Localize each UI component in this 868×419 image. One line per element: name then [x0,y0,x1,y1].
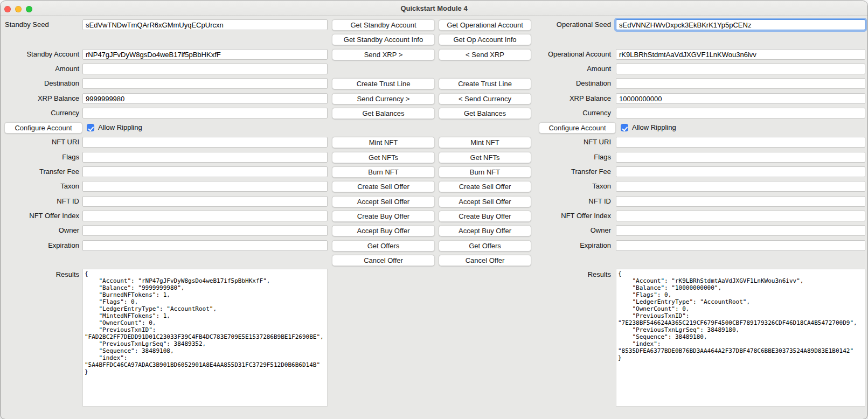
standby-transfer-fee-input[interactable] [82,166,328,177]
configure-row: Configure Account Allow Rippling Configu… [1,122,867,134]
operational-create-sell-offer-button[interactable]: Create Sell Offer [439,181,531,192]
standby-get-offers-button[interactable]: Get Offers [332,240,435,252]
standby-xrp-balance-input[interactable] [82,93,328,104]
operational-nft-offer-index-label: NFT Offer Index [531,211,611,221]
standby-configure-account-button[interactable]: Configure Account [4,122,82,134]
standby-owner-label: Owner [1,225,79,236]
operational-owner-label: Owner [531,225,611,236]
standby-nft-offer-index-label: NFT Offer Index [1,211,79,221]
operational-nft-uri-input[interactable] [616,137,865,148]
standby-allow-rippling-checkbox[interactable] [87,124,94,131]
standby-nft-offer-index-input[interactable] [82,211,328,221]
standby-seed-label: Standby Seed [1,19,79,30]
send-xrp-left-button[interactable]: < Send XRP [439,49,531,60]
operational-flags-input[interactable] [616,152,865,163]
operational-nft-id-input[interactable] [616,196,865,207]
standby-taxon-input[interactable] [82,181,328,192]
send-currency-right-button[interactable]: Send Currency > [332,93,435,104]
get-operational-account-button[interactable]: Get Operational Account [439,19,531,31]
standby-results-textarea[interactable]: { "Account": "rNP47gJFvDyW8gsDo4weB17if5… [82,269,328,407]
standby-accept-sell-offer-button[interactable]: Accept Sell Offer [332,196,435,207]
standby-results-label: Results [1,270,79,279]
operational-transfer-fee-input[interactable] [616,166,865,177]
operational-nft-uri-label: NFT URI [531,137,611,148]
operational-taxon-input[interactable] [616,181,865,192]
standby-create-buy-offer-button[interactable]: Create Buy Offer [332,211,435,222]
standby-nft-uri-input[interactable] [82,137,328,148]
send-currency-left-button[interactable]: < Send Currency [439,93,531,104]
transfer-fee-row: Transfer Fee Burn NFT Burn NFT Transfer … [1,166,867,178]
cancel-offer-row: Cancel Offer Cancel Offer [1,255,867,267]
account-row: Standby Account Send XRP > < Send XRP Op… [1,49,867,61]
standby-destination-input[interactable] [82,78,328,89]
standby-expiration-input[interactable] [82,240,328,251]
flags-row: Flags Get NFTs Get NFTs Flags [1,152,867,164]
operational-expiration-label: Expiration [531,240,611,251]
operational-nft-id-label: NFT ID [531,196,611,207]
standby-seed-input[interactable] [82,19,328,30]
standby-flags-label: Flags [1,152,79,163]
operational-get-offers-button[interactable]: Get Offers [439,240,531,252]
standby-get-balances-button[interactable]: Get Balances [332,108,435,119]
standby-amount-label: Amount [1,64,79,74]
operational-allow-rippling-checkbox[interactable] [621,124,628,131]
standby-create-sell-offer-button[interactable]: Create Sell Offer [332,181,435,192]
operational-transfer-fee-label: Transfer Fee [531,166,611,177]
operational-owner-input[interactable] [616,225,865,236]
nft-offer-index-row: NFT Offer Index Create Buy Offer Create … [1,211,867,222]
operational-cancel-offer-button[interactable]: Cancel Offer [439,255,531,266]
operational-accept-buy-offer-button[interactable]: Accept Buy Offer [439,225,531,236]
operational-taxon-label: Taxon [531,181,611,192]
operational-get-balances-button[interactable]: Get Balances [439,108,531,119]
amount-row: Amount Amount [1,64,867,75]
standby-owner-input[interactable] [82,225,328,236]
standby-amount-input[interactable] [82,64,328,74]
standby-burn-nft-button[interactable]: Burn NFT [332,166,435,178]
get-standby-account-info-button[interactable]: Get Standby Account Info [332,34,435,45]
destination-row: Destination Create Trust Line Create Tru… [1,78,867,90]
nft-id-row: NFT ID Accept Sell Offer Accept Sell Off… [1,196,867,208]
send-xrp-right-button[interactable]: Send XRP > [332,49,435,60]
standby-create-trust-line-button[interactable]: Create Trust Line [332,78,435,89]
operational-amount-label: Amount [531,64,611,74]
operational-results-label: Results [531,270,611,279]
operational-mint-nft-button[interactable]: Mint NFT [439,137,531,148]
operational-nft-offer-index-input[interactable] [616,211,865,221]
operational-flags-label: Flags [531,152,611,163]
operational-get-nfts-button[interactable]: Get NFTs [439,152,531,163]
operational-results-textarea[interactable]: { "Account": "rK9LBRhStdmtAaVdJXGVF1LnKW… [616,269,865,407]
operational-destination-label: Destination [531,78,611,89]
standby-xrp-balance-label: XRP Balance [1,93,79,104]
operational-amount-input[interactable] [616,64,865,74]
operational-allow-rippling: Allow Rippling [621,122,676,133]
standby-mint-nft-button[interactable]: Mint NFT [332,137,435,148]
window-title: Quickstart Module 4 [1,1,867,16]
standby-account-label: Standby Account [1,49,79,60]
standby-nft-id-input[interactable] [82,196,328,207]
operational-currency-label: Currency [531,108,611,118]
operational-expiration-input[interactable] [616,240,865,251]
standby-account-input[interactable] [82,49,328,60]
standby-get-nfts-button[interactable]: Get NFTs [332,152,435,163]
get-op-account-info-button[interactable]: Get Op Account Info [439,34,531,45]
operational-seed-input[interactable] [616,19,865,30]
standby-flags-input[interactable] [82,152,328,163]
standby-nft-id-label: NFT ID [1,196,79,207]
operational-seed-label: Operational Seed [531,19,611,30]
operational-burn-nft-button[interactable]: Burn NFT [439,166,531,178]
operational-destination-input[interactable] [616,78,865,89]
operational-configure-account-button[interactable]: Configure Account [539,122,616,134]
standby-currency-input[interactable] [82,108,328,118]
operational-account-input[interactable] [616,49,865,60]
operational-xrp-balance-input[interactable] [616,93,865,104]
operational-accept-sell-offer-button[interactable]: Accept Sell Offer [439,196,531,207]
operational-create-trust-line-button[interactable]: Create Trust Line [439,78,531,89]
standby-accept-buy-offer-button[interactable]: Accept Buy Offer [332,225,435,236]
operational-create-buy-offer-button[interactable]: Create Buy Offer [439,211,531,222]
xrp-balance-row: XRP Balance Send Currency > < Send Curre… [1,93,867,105]
get-standby-account-button[interactable]: Get Standby Account [332,19,435,31]
operational-currency-input[interactable] [616,108,865,118]
standby-destination-label: Destination [1,78,79,89]
operational-xrp-balance-label: XRP Balance [531,93,611,104]
standby-cancel-offer-button[interactable]: Cancel Offer [332,255,435,266]
